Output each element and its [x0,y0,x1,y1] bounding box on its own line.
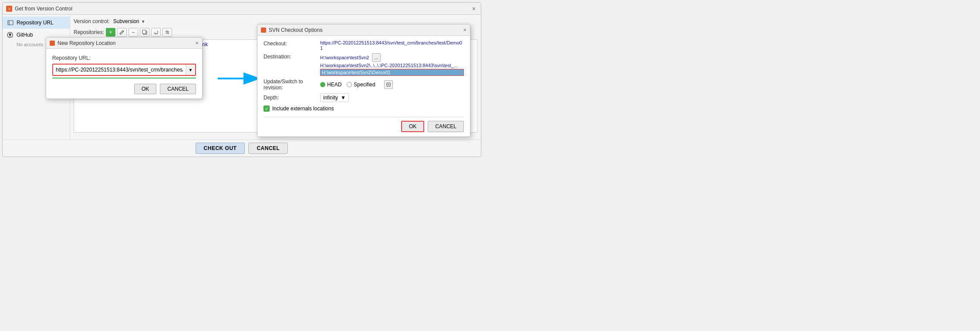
sidebar-repo-url-label: Repository URL [17,20,54,26]
title-bar-left: V Get from Version Control [6,6,72,12]
include-externals-row: ✓ Include externals locations [264,106,464,112]
head-radio-dot [320,82,325,87]
svn-dialog-title: SVN Checkout Options [269,27,322,33]
svn-dialog-close[interactable]: × [463,27,466,33]
revision-radio-group: HEAD Specified [320,80,393,89]
checkout-row: Checkout: https://PC-202012251513:8443/s… [264,40,464,51]
version-control-row: Version control: Subversion ▼ [74,18,477,24]
destination-label: Destination: [264,53,320,60]
dest-line2: H:\workspace\testSvn2\..\..\.\PC-2020122… [320,63,464,68]
svg-point-11 [168,33,169,34]
new-repo-cancel-button[interactable]: CANCEL [160,84,196,94]
dest-line1: H:\workspace\testSvn2 [320,55,369,60]
svg-rect-2 [8,20,13,25]
svg-point-10 [166,31,168,32]
new-repo-dialog: New Repository Location × Repository URL… [46,37,203,99]
depth-select[interactable]: infinity ▼ [320,93,349,102]
include-externals-checkbox[interactable]: ✓ [264,106,270,112]
specified-radio-dot [347,82,352,87]
svn-cancel-button[interactable]: CANCEL [428,121,464,132]
browse-button[interactable]: ... [372,53,381,62]
version-control-dropdown-arrow: ▼ [141,19,145,24]
revision-head-option[interactable]: HEAD [320,82,341,88]
new-repo-dialog-title-left: New Repository Location [50,40,115,46]
include-externals-label: Include externals locations [272,106,334,112]
main-window-title: Get from Version Control [15,6,72,12]
github-icon [7,31,14,38]
configure-button[interactable] [162,28,172,37]
repo-url-icon [7,19,14,26]
repo-url-input[interactable] [53,65,186,75]
svn-dialog-title-bar: SVN Checkout Options × [257,24,470,36]
new-repo-dialog-close[interactable]: × [195,40,199,46]
main-window-close[interactable]: × [470,5,477,12]
depth-label: Depth: [264,95,320,101]
checkout-button[interactable]: CHECK OUT [196,143,245,154]
repo-url-input-row: ▼ [52,64,196,76]
version-control-label: Version control: [74,18,110,24]
svn-dialog-buttons: OK CANCEL [264,117,464,132]
new-repo-dialog-buttons: OK CANCEL [52,84,196,94]
depth-dropdown-arrow: ▼ [341,95,346,101]
version-control-select[interactable]: Subversion ▼ [113,18,145,24]
svn-dialog-icon [261,27,266,33]
depth-row: Depth: infinity ▼ [264,93,464,102]
revision-head-label: HEAD [327,82,341,88]
revision-specified-option[interactable]: Specified [347,82,375,88]
repositories-label: Repositories: [74,29,104,35]
revision-label: Update/Switch to revision: [264,78,320,91]
version-control-value: Subversion [113,18,139,24]
bottom-button-bar: CHECK OUT CANCEL [3,140,481,157]
svg-rect-14 [387,83,390,86]
sidebar-github-label: GitHub [17,32,33,38]
input-underline [52,78,196,78]
sidebar-item-repository-url[interactable]: Repository URL [3,17,70,29]
new-repo-dialog-title: New Repository Location [57,40,115,46]
svn-dialog-body: Checkout: https://PC-202012251513:8443/s… [257,36,470,136]
app-icon: V [6,6,12,12]
checkout-label: Checkout: [264,40,320,47]
edit-repository-button[interactable] [117,28,127,37]
add-repository-button[interactable]: + [106,28,115,37]
new-repo-ok-button[interactable]: OK [134,84,156,94]
svg-rect-7 [142,30,146,34]
new-repo-dialog-icon [50,41,55,46]
new-repo-dialog-body: Repository URL: ▼ OK CANCEL [46,49,202,99]
main-title-bar: V Get from Version Control × [3,3,481,15]
repo-url-dropdown-button[interactable]: ▼ [186,65,195,75]
svg-text:V: V [8,7,10,10]
revision-specified-label: Specified [354,82,375,88]
destination-row: Destination: H:\workspace\testSvn2 ... H… [264,53,464,76]
svn-dialog-title-left: SVN Checkout Options [261,27,322,33]
cancel-button-main[interactable]: CANCEL [248,143,288,154]
destination-area: H:\workspace\testSvn2 ... H:\workspace\t… [320,53,464,76]
revision-config-button[interactable] [384,80,393,89]
refresh-button[interactable] [151,28,161,37]
new-repo-dialog-title-bar: New Repository Location × [46,38,202,49]
depth-value: infinity [323,95,338,101]
svn-ok-button[interactable]: OK [401,121,424,132]
revision-row: Update/Switch to revision: HEAD Specifie… [264,78,464,91]
repo-url-field-label: Repository URL: [52,55,196,61]
svn-checkout-dialog: SVN Checkout Options × Checkout: https:/… [257,24,470,137]
dest-row-right: H:\workspace\testSvn2 ... [320,53,464,62]
dest-highlighted: H:\workspace\testSvn2\Demo01 [320,69,464,76]
checkout-value: https://PC-202012251513:8443/svn/test_cr… [320,40,464,51]
remove-repository-button[interactable]: − [128,28,138,37]
copy-repository-button[interactable] [140,28,149,37]
